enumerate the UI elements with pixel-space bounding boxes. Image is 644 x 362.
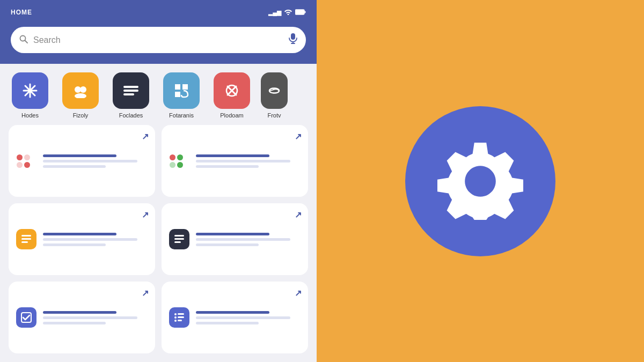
status-bar: HOME ▂▄▆ [0, 0, 317, 19]
svg-rect-28 [178, 320, 182, 321]
svg-rect-24 [178, 313, 184, 315]
apps-row: Hodes Fizoly [9, 72, 308, 119]
widget-icon-2 [169, 151, 189, 171]
widget-lines-1 [43, 154, 148, 168]
signal-icon: ▂▄▆ [268, 9, 281, 16]
svg-rect-0 [295, 10, 304, 14]
gear-circle [405, 106, 555, 256]
app-label-plodoam: Plodoam [220, 112, 243, 119]
svg-point-23 [174, 313, 177, 315]
widget-line-body1 [43, 316, 137, 319]
widget-line-body2 [196, 322, 259, 324]
app-label-hodes: Hodes [21, 112, 39, 119]
svg-point-25 [174, 316, 177, 319]
widget-line-body1 [43, 160, 137, 162]
status-icons: ▂▄▆ [268, 9, 306, 16]
widget-line-title [43, 154, 116, 157]
widget-line-title [43, 233, 116, 235]
widget-arrow-5: ↗ [142, 288, 149, 298]
widget-card-5[interactable]: ↗ [9, 282, 155, 353]
svg-rect-21 [174, 241, 181, 243]
widget-line-body2 [43, 243, 106, 246]
widget-line-body1 [43, 238, 137, 241]
phone-ui-panel: HOME ▂▄▆ Sea [0, 0, 317, 362]
app-item-fizoly[interactable]: Fizoly [59, 72, 102, 119]
microphone-icon[interactable] [289, 33, 297, 47]
svg-rect-12 [123, 93, 134, 95]
svg-rect-16 [21, 235, 31, 237]
widget-arrow-3: ↗ [142, 210, 149, 220]
right-panel [317, 0, 644, 362]
widget-line-title [196, 311, 269, 314]
battery-icon [295, 9, 306, 16]
widget-arrow-2: ↗ [295, 131, 302, 142]
widgets-area: ↗ ↗ [0, 125, 317, 362]
search-placeholder-text: Search [33, 35, 283, 45]
svg-rect-1 [305, 11, 306, 13]
app-label-fotaranis: Fotaranis [169, 112, 194, 119]
svg-rect-11 [123, 90, 138, 92]
widget-lines-2 [196, 154, 301, 168]
widget-card-6[interactable]: ↗ [162, 282, 308, 353]
app-icon-fizoly [62, 72, 99, 109]
search-bar[interactable]: Search [11, 27, 306, 53]
wifi-icon [284, 9, 292, 16]
app-label-fizoly: Fizoly [73, 112, 89, 119]
widget-arrow-6: ↗ [295, 288, 302, 298]
svg-rect-19 [174, 235, 184, 237]
widget-lines-3 [43, 233, 148, 246]
app-item-fotaranis[interactable]: Fotaranis [160, 72, 203, 119]
svg-rect-26 [178, 316, 184, 318]
app-icon-fotaranis [163, 72, 200, 109]
widget-line-title [196, 233, 269, 235]
widget-line-body1 [196, 238, 290, 241]
app-label-foclades: Foclades [119, 112, 143, 119]
widget-line-body2 [43, 322, 106, 324]
search-icon [19, 35, 28, 46]
app-item-foclades[interactable]: Foclades [109, 72, 152, 119]
app-icon-plodoam [214, 72, 250, 109]
widget-arrow-1: ↗ [142, 131, 149, 142]
widget-arrow-4: ↗ [295, 210, 302, 220]
app-item-plodoam[interactable]: Plodoam [210, 72, 253, 119]
widget-line-body2 [43, 165, 106, 168]
widget-card-3[interactable]: ↗ [9, 203, 155, 275]
widget-card-2[interactable]: ↗ [162, 125, 308, 197]
widget-lines-4 [196, 233, 301, 246]
widget-icon-5 [16, 307, 36, 328]
widget-line-body2 [196, 165, 259, 168]
app-icon-frotv [261, 72, 288, 109]
gear-icon [437, 138, 523, 224]
widget-lines-6 [196, 311, 301, 324]
svg-line-3 [25, 40, 28, 43]
widget-icon-3 [16, 229, 36, 249]
widget-line-title [196, 154, 269, 157]
svg-rect-18 [21, 241, 28, 243]
svg-rect-20 [174, 238, 184, 240]
widget-icon-4 [169, 229, 189, 249]
app-item-hodes[interactable]: Hodes [9, 72, 52, 119]
svg-rect-10 [123, 86, 138, 88]
app-item-frotv[interactable]: Frotv [261, 72, 288, 119]
widget-icon-1 [16, 151, 36, 171]
app-label-frotv: Frotv [267, 112, 281, 119]
widget-lines-5 [43, 311, 148, 324]
widget-line-body1 [196, 160, 290, 162]
widget-line-title [43, 311, 116, 314]
widget-icon-6 [169, 307, 189, 328]
app-icon-hodes [12, 72, 48, 109]
widget-card-4[interactable]: ↗ [162, 203, 308, 275]
widget-card-1[interactable]: ↗ [9, 125, 155, 197]
widget-line-body1 [196, 316, 290, 319]
widget-line-body2 [196, 243, 259, 246]
apps-section: Hodes Fizoly [0, 64, 317, 125]
svg-point-9 [75, 93, 86, 98]
search-area: Search [0, 19, 317, 64]
app-icon-foclades [113, 72, 149, 109]
status-bar-title: HOME [11, 9, 32, 16]
svg-point-8 [80, 86, 86, 93]
svg-point-27 [174, 320, 177, 322]
svg-rect-17 [21, 238, 31, 240]
svg-rect-4 [291, 33, 295, 40]
